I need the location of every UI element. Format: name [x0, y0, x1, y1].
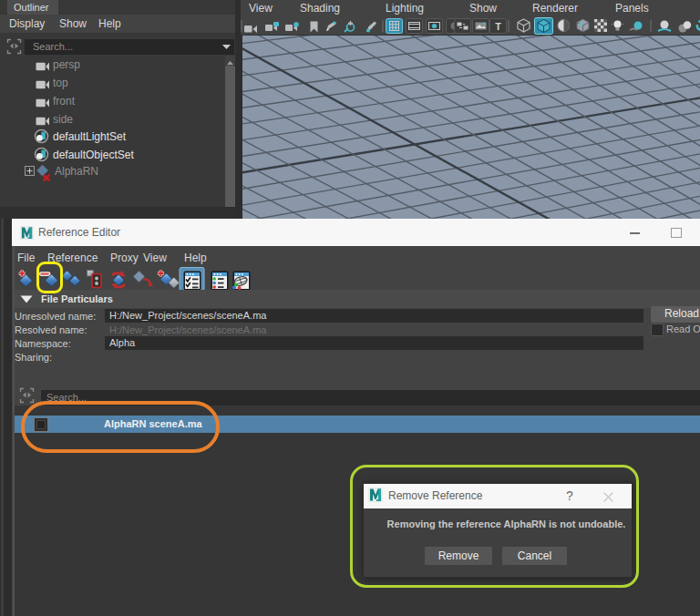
svg-text:T: T — [495, 21, 501, 32]
